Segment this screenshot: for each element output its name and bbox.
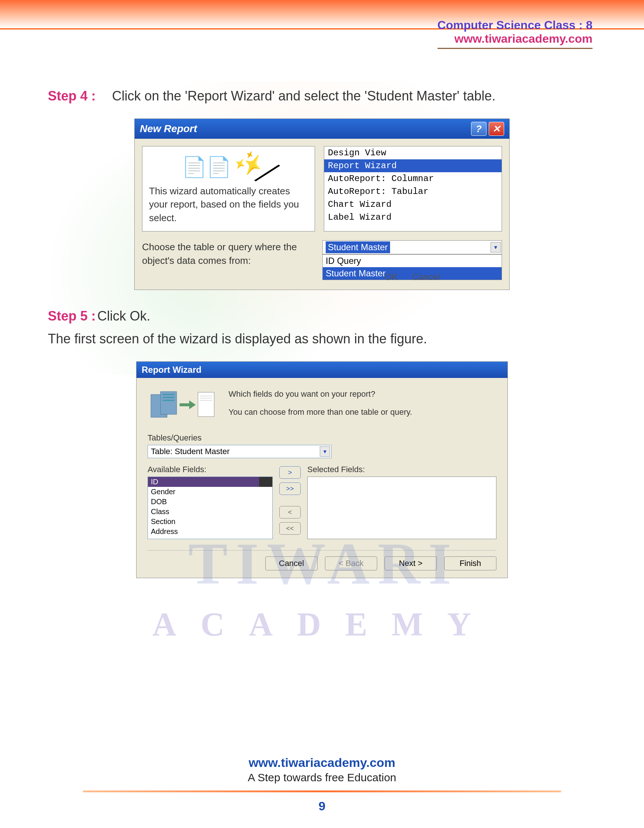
list-item[interactable]: Label Wizard — [324, 211, 501, 224]
list-item[interactable]: AutoReport: Columnar — [324, 172, 501, 185]
field-item[interactable]: Gender — [148, 487, 272, 497]
dialog-title: New Report — [140, 123, 197, 135]
available-fields-list[interactable]: ID Gender DOB Class Section Address — [147, 477, 273, 539]
combo-selected: Student Master — [326, 242, 390, 253]
remove-all-button[interactable]: << — [279, 522, 301, 535]
wizard-preview-pane: 📄📄✨╱ This wizard automatically creates y… — [142, 146, 315, 232]
remove-one-button[interactable]: < — [279, 506, 301, 519]
step4-label: Step 4 : — [48, 88, 110, 104]
step5-text: Click Ok. — [97, 308, 150, 323]
footer-url: www.tiwariacademy.com — [0, 756, 644, 770]
field-item[interactable]: Class — [148, 507, 272, 517]
footer-separator — [83, 790, 561, 792]
list-item[interactable]: Chart Wizard — [324, 198, 501, 211]
new-report-dialog: New Report ? ✕ 📄📄✨╱ This wizard automati… — [134, 119, 510, 290]
add-all-button[interactable]: >> — [279, 483, 301, 495]
finish-button[interactable]: Finish — [444, 557, 497, 571]
list-item[interactable]: AutoReport: Tabular — [324, 185, 501, 198]
ok-button[interactable]: OK — [385, 272, 398, 282]
wizard-description: This wizard automatically creates your r… — [149, 184, 308, 224]
step5-label: Step 5 : — [48, 308, 96, 323]
step5-description: The first screen of the wizard is displa… — [48, 331, 596, 347]
list-item-selected[interactable]: Report Wizard — [324, 159, 501, 172]
dialog-title: Report Wizard — [142, 365, 201, 375]
add-one-button[interactable]: > — [279, 466, 301, 479]
wizard-question: Which fields do you want on your report? — [229, 385, 412, 403]
field-item[interactable]: Address — [148, 527, 272, 536]
selected-fields-list[interactable] — [307, 477, 497, 539]
list-item[interactable]: Design View — [324, 146, 501, 159]
field-item[interactable]: Section — [148, 517, 272, 527]
back-button[interactable]: < Back — [325, 557, 377, 571]
field-selected[interactable]: ID — [148, 477, 272, 487]
report-wizard-dialog: Report Wizard Which fields do you want o… — [136, 361, 508, 578]
titlebar: New Report ? ✕ — [135, 119, 509, 139]
cancel-button[interactable]: Cancel — [412, 272, 440, 282]
footer-tagline: A Step towards free Education — [0, 772, 644, 784]
table-combo[interactable]: Student Master ▼ — [322, 240, 502, 254]
step4-text: Click on the 'Report Wizard' and select … — [112, 88, 495, 104]
tables-queries-combo[interactable]: Table: Student Master ▼ — [147, 445, 332, 458]
chevron-down-icon[interactable]: ▼ — [490, 242, 501, 252]
choose-table-label: Choose the table or query where the obje… — [142, 240, 315, 267]
titlebar: Report Wizard — [136, 362, 508, 378]
close-button[interactable]: ✕ — [489, 122, 504, 136]
next-button[interactable]: Next > — [385, 557, 437, 571]
wizard-graphic-icon — [147, 385, 218, 426]
page-number: 9 — [0, 799, 644, 813]
selected-fields-label: Selected Fields: — [307, 465, 497, 474]
wizard-hint: You can choose from more than one table … — [229, 403, 412, 421]
help-button[interactable]: ? — [471, 122, 486, 136]
tables-queries-label: Tables/Queries — [147, 433, 497, 443]
chevron-down-icon[interactable]: ▼ — [320, 446, 330, 457]
field-item[interactable]: DOB — [148, 497, 272, 507]
cancel-button[interactable]: Cancel — [265, 557, 318, 571]
report-type-list[interactable]: Design View Report Wizard AutoReport: Co… — [324, 146, 502, 232]
wizard-icon: 📄📄✨╱ — [149, 153, 308, 179]
available-fields-label: Available Fields: — [147, 465, 273, 474]
dropdown-item[interactable]: ID Query — [323, 255, 501, 267]
